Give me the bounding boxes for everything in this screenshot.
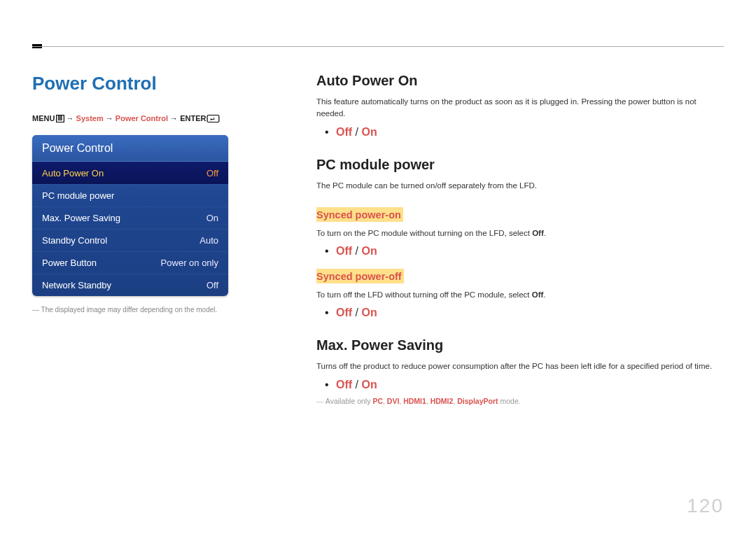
osd-row-pc-module-power[interactable]: PC module power [32,184,228,206]
breadcrumb-arrow: → [66,114,74,122]
right-column: Auto Power On This feature automatically… [316,73,722,405]
osd-row-max-power-saving[interactable]: Max. Power Saving On [32,206,228,229]
heading-synced-power-off: Synced power-off [316,269,404,283]
heading-max-power-saving: Max. Power Saving [316,337,722,353]
breadcrumb-system: System [76,114,104,122]
breadcrumb-arrow: → [106,114,113,122]
availability-note: Available only PC, DVI, HDMI1, HDMI2, Di… [316,397,722,405]
breadcrumb-menu: MENU [32,114,55,122]
osd-header: Power Control [32,135,228,162]
option-off-on: Off / On [333,379,722,391]
breadcrumb-enter: ENTER [180,114,206,122]
heading-auto-power-on: Auto Power On [316,73,722,89]
menu-icon: Ⅲ [56,115,64,122]
osd-value: Off [206,168,218,178]
desc-max-power-saving: Turns off the product to reduce power co… [316,360,722,372]
osd-menu: Power Control Auto Power On Off PC modul… [32,135,228,296]
option-off-on: Off / On [333,307,722,319]
page-number: 120 [687,495,724,517]
enter-icon: ↵ [207,115,220,122]
osd-footnote: The displayed image may differ depending… [32,306,284,314]
osd-value: On [206,213,218,223]
osd-row-auto-power-on[interactable]: Auto Power On Off [32,162,228,184]
osd-label: Power Button [42,258,97,268]
heading-pc-module-power: PC module power [316,157,722,173]
osd-label: Max. Power Saving [42,213,120,223]
osd-value: Auto [200,235,218,246]
osd-row-network-standby[interactable]: Network Standby Off [32,274,228,296]
heading-synced-power-on: Synced power-on [316,207,403,222]
osd-value: Power on only [161,258,218,268]
header-rule [32,46,724,47]
left-column: Power Control MENU Ⅲ → System → Power Co… [32,73,284,314]
desc-pc-module-power: The PC module can be turned on/off separ… [316,180,722,192]
breadcrumb-arrow: → [170,114,178,122]
osd-value: Off [206,280,218,290]
breadcrumb-power-control: Power Control [115,114,168,122]
osd-row-standby-control[interactable]: Standby Control Auto [32,229,228,251]
osd-label: PC module power [42,190,114,201]
breadcrumb: MENU Ⅲ → System → Power Control → ENTER … [32,114,284,122]
osd-row-power-button[interactable]: Power Button Power on only [32,251,228,274]
desc-synced-power-off: To turn off the LFD without turning off … [316,289,722,301]
desc-synced-power-on: To turn on the PC module without turning… [316,227,722,239]
option-off-on: Off / On [333,245,722,258]
desc-auto-power-on: This feature automatically turns on the … [316,96,722,120]
page-title: Power Control [32,73,284,94]
osd-label: Auto Power On [42,168,104,178]
option-off-on: Off / On [333,126,722,139]
osd-label: Network Standby [42,280,111,290]
osd-label: Standby Control [42,235,107,246]
